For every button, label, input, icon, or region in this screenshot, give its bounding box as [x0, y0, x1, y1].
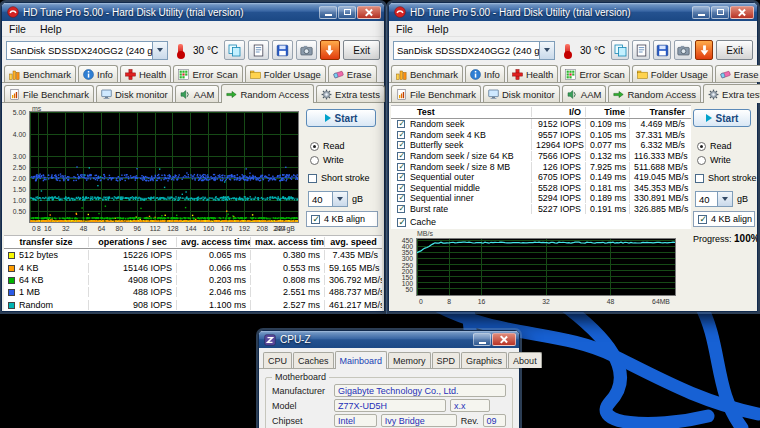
menu-help[interactable]: Help	[40, 23, 62, 35]
minimize-button[interactable]	[692, 6, 710, 19]
tab-aam[interactable]: AAM	[175, 85, 220, 102]
test-checkbox[interactable]	[397, 131, 405, 139]
test-checkbox[interactable]	[397, 184, 405, 192]
tab-cpu[interactable]: CPU	[263, 352, 292, 368]
minimize-button[interactable]	[319, 6, 337, 19]
save-screenshot-button[interactable]	[653, 40, 671, 60]
copy-screenshot-button[interactable]	[611, 40, 629, 60]
tab-random-access[interactable]: Random Access	[608, 85, 701, 102]
test-row[interactable]: Random seek / size 8 MB126 IOPS7.925 ms5…	[391, 161, 691, 172]
tab-extra-tests[interactable]: Extra tests	[316, 85, 385, 102]
hdtune-window-left[interactable]: HD Tune Pro 5.00 - Hard Disk Utility (tr…	[1, 2, 385, 312]
tab-extra-tests[interactable]: Extra tests	[703, 84, 760, 103]
menu-file[interactable]: File	[396, 23, 413, 35]
test-checkbox[interactable]	[397, 173, 405, 181]
close-button[interactable]	[357, 6, 381, 19]
x-tick-label: 0	[32, 225, 36, 232]
tab-disk-monitor[interactable]: Disk monitor	[96, 85, 173, 102]
test-checkbox[interactable]	[397, 194, 405, 202]
menu-file[interactable]: File	[9, 23, 26, 35]
tab-health[interactable]: Health	[507, 65, 558, 82]
tab-about[interactable]: About	[508, 352, 542, 368]
test-row[interactable]: Burst rate5227 IOPS0.191 ms326.885 MB/s	[391, 204, 691, 215]
tab-folder-usage[interactable]: Folder Usage	[245, 65, 326, 82]
size-select[interactable]: 40	[695, 191, 733, 207]
test-row[interactable]: Sequential inner5294 IOPS0.189 ms330.891…	[391, 193, 691, 204]
write-radio[interactable]: Write	[310, 155, 344, 165]
avg-access-cell: 0.065 ms	[176, 250, 250, 260]
tab-benchmark[interactable]: Benchmark	[391, 65, 463, 82]
test-name: Random seek	[410, 119, 531, 129]
tab-disk-monitor[interactable]: Disk monitor	[483, 85, 560, 102]
cpuz-window[interactable]: CPU-Z CPUCachesMainboardMemorySPDGraphic…	[258, 330, 520, 428]
test-checkbox[interactable]	[397, 205, 405, 213]
titlebar[interactable]: HD Tune Pro 5.00 - Hard Disk Utility (tr…	[2, 3, 384, 21]
kb-align-checkbox[interactable]: 4 KB align	[306, 211, 378, 227]
tab-erase[interactable]: Erase	[328, 65, 377, 82]
test-name: Sequential middle	[410, 183, 531, 193]
short-stroke-checkbox[interactable]: Short stroke	[308, 173, 370, 183]
test-row[interactable]: Butterfly seek12964 IOPS0.077 ms6.332 MB…	[391, 140, 691, 151]
cache-checkbox[interactable]: Cache	[397, 217, 436, 227]
tab-info[interactable]: Info	[78, 65, 118, 82]
test-row[interactable]: Random seek9152 IOPS0.109 ms4.469 MB/s	[391, 119, 691, 130]
kb-align-checkbox[interactable]: 4 KB align	[693, 211, 755, 227]
save-screenshot-button[interactable]	[272, 40, 293, 60]
short-stroke-checkbox[interactable]: Short stroke	[695, 173, 757, 183]
start-button[interactable]: Start	[693, 109, 751, 127]
test-checkbox[interactable]	[397, 120, 405, 128]
save-image-button[interactable]	[296, 40, 317, 60]
tab-erase[interactable]: Erase	[715, 65, 760, 82]
read-radio[interactable]: Read	[697, 141, 732, 151]
exit-button[interactable]: Exit	[716, 40, 753, 60]
tab-file-benchmark[interactable]: File Benchmark	[4, 85, 94, 102]
copy-screenshot-button[interactable]	[224, 40, 245, 60]
close-button[interactable]	[492, 333, 516, 346]
tab-mainboard[interactable]: Mainboard	[335, 351, 388, 369]
drive-select[interactable]: SanDisk SDSSDX240GG2 (240 gB)	[6, 41, 168, 60]
tab-memory[interactable]: Memory	[388, 352, 431, 368]
short-stroke-size: 40 gB	[695, 191, 748, 207]
save-image-button[interactable]	[674, 40, 692, 60]
start-button[interactable]: Start	[306, 109, 376, 127]
menu-help[interactable]: Help	[427, 23, 449, 35]
tab-health[interactable]: Health	[120, 65, 171, 82]
tab-folder-usage[interactable]: Folder Usage	[632, 65, 713, 82]
copy-text-button[interactable]	[248, 40, 269, 60]
test-row[interactable]: Sequential middle5528 IOPS0.181 ms345.35…	[391, 183, 691, 194]
capture-button[interactable]	[695, 40, 713, 60]
drive-select[interactable]: SanDisk SDSSDX240GG2 (240 gB)	[393, 41, 555, 60]
test-row[interactable]: Random seek 4 KB9557 IOPS0.105 ms37.331 …	[391, 130, 691, 141]
tab-error-scan[interactable]: Error Scan	[173, 65, 242, 82]
capture-button[interactable]	[320, 40, 341, 60]
tab-file-benchmark[interactable]: File Benchmark	[391, 85, 481, 102]
test-checkbox[interactable]	[397, 152, 405, 160]
hdtune-window-right[interactable]: HD Tune Pro 5.00 - Hard Disk Utility (tr…	[388, 2, 758, 312]
table-row: 4 KB15146 IOPS0.066 ms0.553 ms59.165 MB/…	[4, 261, 382, 273]
test-name: Burst rate	[410, 204, 531, 214]
maximize-button[interactable]	[711, 6, 729, 19]
tab-graphics[interactable]: Graphics	[461, 352, 507, 368]
tab-spd[interactable]: SPD	[432, 352, 461, 368]
titlebar[interactable]: CPU-Z	[259, 331, 519, 348]
tab-info[interactable]: Info	[465, 65, 505, 82]
close-button[interactable]	[730, 6, 754, 19]
test-checkbox[interactable]	[397, 141, 405, 149]
exit-button[interactable]: Exit	[343, 40, 380, 60]
copy-text-button[interactable]	[632, 40, 650, 60]
titlebar[interactable]: HD Tune Pro 5.00 - Hard Disk Utility (tr…	[389, 3, 757, 21]
test-checkbox[interactable]	[397, 163, 405, 171]
tab-aam[interactable]: AAM	[562, 85, 607, 102]
tab-error-scan[interactable]: Error Scan	[560, 65, 629, 82]
read-radio[interactable]: Read	[310, 141, 345, 151]
size-select[interactable]: 40	[308, 191, 348, 207]
test-row[interactable]: Random seek / size 64 KB7566 IOPS0.132 m…	[391, 151, 691, 162]
tab-benchmark[interactable]: Benchmark	[4, 65, 76, 82]
test-row[interactable]: Sequential outer6705 IOPS0.149 ms419.045…	[391, 172, 691, 183]
write-radio[interactable]: Write	[697, 155, 731, 165]
tab-caches[interactable]: Caches	[293, 352, 334, 368]
tab-label: Erase	[734, 69, 759, 80]
minimize-button[interactable]	[473, 333, 491, 346]
tab-random-access[interactable]: Random Access	[221, 84, 314, 103]
maximize-button[interactable]	[338, 6, 356, 19]
